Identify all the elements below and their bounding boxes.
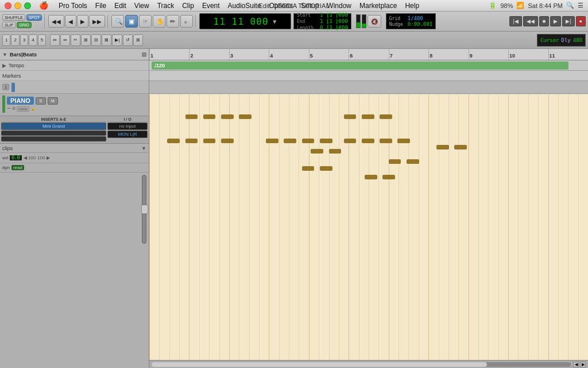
midi-note[interactable] bbox=[320, 139, 332, 143]
menu-extra[interactable]: ☰ bbox=[578, 2, 583, 9]
menu-audiosuite[interactable]: AudioSuite bbox=[228, 2, 261, 10]
solo-button[interactable]: S bbox=[36, 97, 46, 105]
menu-clip[interactable]: Clip bbox=[182, 2, 194, 10]
clips-arrow[interactable]: ▼ bbox=[141, 145, 146, 151]
midi-note[interactable] bbox=[266, 139, 278, 143]
midi-note[interactable] bbox=[203, 114, 216, 119]
rewind-button[interactable]: ◀◀ bbox=[48, 15, 64, 28]
midi-note[interactable] bbox=[362, 139, 374, 143]
menu-view[interactable]: View bbox=[134, 2, 149, 10]
midi-note[interactable] bbox=[407, 159, 419, 164]
midi-note[interactable] bbox=[436, 145, 449, 150]
mute-button[interactable]: 🔇 bbox=[368, 15, 381, 28]
menu-help[interactable]: Help bbox=[405, 2, 419, 10]
scrollbar-thumb[interactable] bbox=[152, 362, 487, 367]
input-slot[interactable]: no input bbox=[107, 122, 148, 130]
midi-note[interactable] bbox=[380, 114, 392, 119]
paste-btn[interactable]: ⊞ bbox=[81, 34, 91, 46]
stop-button[interactable]: ■ bbox=[539, 16, 549, 26]
midi-note[interactable] bbox=[320, 166, 332, 171]
midi-note[interactable] bbox=[284, 139, 296, 143]
trim-btn[interactable]: ⊟ bbox=[91, 34, 101, 46]
link-button[interactable]: ⇔ bbox=[50, 34, 60, 46]
counter-arrow[interactable]: ▼ bbox=[273, 18, 277, 25]
search-icon[interactable]: 🔍 bbox=[566, 2, 574, 9]
go-end-button[interactable]: ▶| bbox=[562, 16, 574, 26]
vol-right[interactable]: 100 ▶ bbox=[37, 155, 50, 160]
track-num-5[interactable]: 5 bbox=[38, 34, 46, 46]
midi-note[interactable] bbox=[365, 175, 377, 179]
dyn-mode[interactable]: read bbox=[11, 165, 24, 170]
loop-btn[interactable]: ↺ bbox=[123, 34, 133, 46]
smart-tool[interactable]: ⬦ bbox=[180, 15, 193, 28]
menu-marketplace[interactable]: Marketplace bbox=[359, 2, 397, 10]
output-slot[interactable]: MON L|R bbox=[107, 131, 148, 138]
pencil-tool[interactable]: ✏ bbox=[167, 15, 179, 28]
midi-note[interactable] bbox=[221, 139, 234, 143]
slip-button[interactable]: SLIP bbox=[2, 22, 16, 28]
hand-tool[interactable]: ✋ bbox=[153, 15, 165, 28]
midi-note[interactable] bbox=[302, 139, 315, 143]
track-num-4[interactable]: 4 bbox=[29, 34, 37, 46]
midi-note[interactable] bbox=[311, 149, 323, 154]
insert-slot-2[interactable] bbox=[1, 131, 106, 136]
back-button[interactable]: ◀ bbox=[65, 15, 76, 28]
midi-note[interactable] bbox=[344, 139, 357, 143]
vol-value[interactable]: 0.0 bbox=[10, 155, 21, 160]
tempo-expand[interactable]: ▶ bbox=[2, 63, 6, 68]
menu-window[interactable]: Window bbox=[327, 2, 351, 10]
midi-note[interactable] bbox=[185, 114, 198, 119]
zoom-tool[interactable]: 🔍 bbox=[111, 15, 124, 28]
track-num-1[interactable]: 1 bbox=[2, 34, 10, 46]
grid-button[interactable]: GRID bbox=[17, 22, 32, 28]
grabber-tool[interactable]: ☞ bbox=[139, 15, 152, 28]
menu-edit[interactable]: Edit bbox=[114, 2, 126, 10]
midi-note[interactable] bbox=[344, 114, 357, 119]
midi-note[interactable] bbox=[382, 175, 395, 179]
close-button[interactable] bbox=[5, 2, 11, 9]
cut-btn[interactable]: ✂ bbox=[71, 34, 80, 46]
insert-slot-3[interactable] bbox=[1, 136, 106, 141]
midi-note[interactable] bbox=[397, 139, 410, 143]
midi-note[interactable] bbox=[362, 114, 374, 119]
midi-note[interactable] bbox=[185, 139, 198, 143]
scroll-right[interactable]: ▶ bbox=[580, 362, 586, 367]
midi-note[interactable] bbox=[329, 149, 342, 154]
apple-icon[interactable]: 🍎 bbox=[39, 1, 48, 10]
scroll-left[interactable]: ◀ bbox=[573, 362, 579, 367]
menu-track[interactable]: Track bbox=[157, 2, 175, 10]
piano-track-name[interactable]: PIANO bbox=[7, 97, 34, 105]
midi-note[interactable] bbox=[221, 114, 234, 119]
go-start-button[interactable]: |◀ bbox=[509, 16, 521, 26]
mute-track-button[interactable]: M bbox=[48, 97, 58, 105]
none-label[interactable]: none bbox=[17, 106, 29, 112]
track-num-3[interactable]: 3 bbox=[20, 34, 28, 46]
maximize-button[interactable] bbox=[24, 2, 31, 9]
menu-file[interactable]: File bbox=[95, 2, 106, 10]
link2-button[interactable]: ⇔ bbox=[60, 34, 70, 46]
resize-handle[interactable] bbox=[142, 52, 146, 57]
shuffle-button[interactable]: SHUFFLE bbox=[2, 14, 25, 21]
expand-btn[interactable]: ⊠ bbox=[102, 34, 111, 46]
instrument-slot[interactable]: Mini Grand bbox=[1, 122, 106, 130]
midi-note[interactable] bbox=[167, 139, 180, 143]
selector-tool[interactable]: ▣ bbox=[125, 15, 138, 28]
midi-note[interactable] bbox=[302, 166, 315, 171]
midi-note[interactable] bbox=[380, 139, 392, 143]
menu-event[interactable]: Event bbox=[202, 2, 220, 10]
volume-fader-thumb[interactable] bbox=[141, 205, 148, 214]
horizontal-scrollbar[interactable]: ◀ ▶ bbox=[149, 360, 588, 368]
record-button[interactable]: ● bbox=[576, 16, 586, 26]
spot-button[interactable]: SPOT bbox=[26, 14, 42, 21]
track-num-2[interactable]: 2 bbox=[11, 34, 19, 46]
midi-note[interactable] bbox=[239, 114, 252, 119]
play-button[interactable]: ▶ bbox=[550, 16, 561, 26]
midi-note[interactable] bbox=[389, 159, 401, 164]
grid-view-btn[interactable]: ⊞ bbox=[133, 34, 143, 46]
menu-protools[interactable]: Pro Tools bbox=[59, 2, 87, 10]
vol-left[interactable]: ◀ 100 bbox=[24, 155, 36, 160]
play-back-button[interactable]: ◀◀ bbox=[523, 16, 538, 26]
ffwd-button[interactable]: ▶▶ bbox=[89, 15, 105, 28]
midi-note[interactable] bbox=[203, 139, 216, 143]
advance-btn[interactable]: ▶| bbox=[112, 34, 122, 46]
